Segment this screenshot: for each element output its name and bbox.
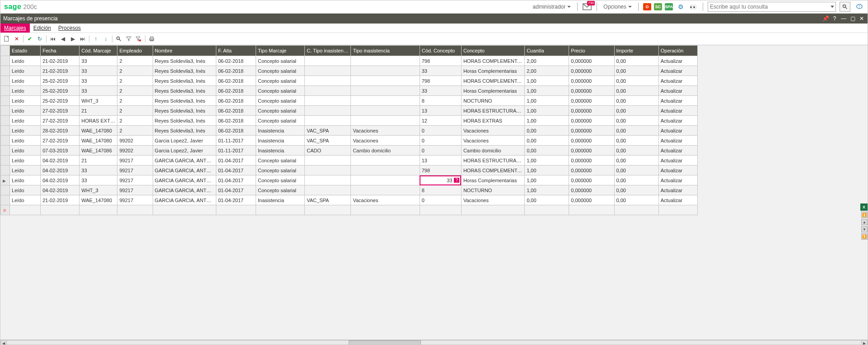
col-nombre[interactable]: Nombre: [153, 46, 216, 56]
table-row[interactable]: Leído28-02-2019WAE_1470802Reyes Soldevil…: [1, 126, 698, 136]
cell-estado[interactable]: Leído: [10, 136, 41, 146]
cell-tipo_marcaje[interactable]: Concepto salarial: [256, 76, 305, 86]
cell-cuantia[interactable]: 1,00: [525, 106, 569, 116]
col-tipo-inas[interactable]: Tipo inasistencia: [351, 46, 420, 56]
cell-estado[interactable]: Leído: [10, 56, 41, 66]
cell-tipo_marcaje[interactable]: Concepto salarial: [256, 156, 305, 165]
close-icon[interactable]: ✕: [859, 15, 865, 22]
table-row[interactable]: Leído25-02-2019332Reyes Soldevila3, Inés…: [1, 76, 698, 86]
cell-cod_marcaje[interactable]: WHT_3: [79, 185, 117, 195]
cell-cuantia[interactable]: 1,00: [525, 116, 569, 126]
cell-f_alta[interactable]: 01-04-2017: [216, 185, 256, 195]
binoculars-icon[interactable]: 👀: [688, 2, 698, 11]
sc-chip-icon[interactable]: SC: [654, 3, 662, 10]
cell-operacion[interactable]: Actualizar: [658, 106, 697, 116]
col-tipo-marcaje[interactable]: Tipo Marcaje: [256, 46, 305, 56]
cell-importe[interactable]: 0,00: [614, 146, 658, 156]
search-button[interactable]: [840, 2, 850, 12]
cell-fecha[interactable]: 25-02-2019: [41, 86, 79, 96]
cell-cuantia[interactable]: 2,00: [525, 56, 569, 66]
cell-operacion[interactable]: Actualizar: [658, 146, 697, 156]
cell-tipo_marcaje[interactable]: Concepto salarial: [256, 106, 305, 116]
new-record-icon[interactable]: [2, 35, 11, 43]
cell-cod_concepto[interactable]: 798: [420, 56, 461, 66]
cell-precio[interactable]: 0,000000: [569, 96, 614, 106]
cell-cod_concepto[interactable]: 33: [420, 66, 461, 76]
cell-empty[interactable]: [569, 205, 614, 215]
cell-c_tipo_inas[interactable]: [305, 116, 351, 126]
table-row[interactable]: Leído25-02-2019WHT_32Reyes Soldevila3, I…: [1, 96, 698, 106]
cell-nombre[interactable]: GARCIA GARCIA, ANTONIO: [153, 175, 216, 185]
cell-tipo_marcaje[interactable]: Inasistencia: [256, 136, 305, 146]
side-bottom-icon[interactable]: ⏬: [861, 233, 868, 240]
cell-cod_concepto[interactable]: 13: [420, 106, 461, 116]
table-row[interactable]: Leído27-02-2019HORAS EXTRAS2Reyes Soldev…: [1, 116, 698, 126]
cell-concepto[interactable]: NOCTURNO: [461, 96, 524, 106]
cell-tipo_inas[interactable]: Vacaciones: [351, 195, 420, 205]
cell-operacion[interactable]: Actualizar: [658, 156, 697, 165]
col-importe[interactable]: Importe: [614, 46, 658, 56]
nav-next-icon[interactable]: ▶: [68, 35, 77, 43]
cell-estado[interactable]: Leído: [10, 146, 41, 156]
cell-tipo_inas[interactable]: [351, 175, 420, 185]
cell-cod_concepto[interactable]: 0: [420, 195, 461, 205]
table-row[interactable]: Leído27-02-2019212Reyes Soldevila3, Inés…: [1, 106, 698, 116]
cell-c_tipo_inas[interactable]: [305, 66, 351, 76]
spa-chip-icon[interactable]: SPA: [665, 3, 673, 10]
cell-importe[interactable]: 0,00: [614, 195, 658, 205]
cell-f_alta[interactable]: 01-04-2017: [216, 195, 256, 205]
cell-importe[interactable]: 0,00: [614, 96, 658, 106]
cell-cod_concepto[interactable]: 0: [420, 126, 461, 136]
user-menu[interactable]: administrador: [531, 4, 573, 10]
cell-cod_concepto[interactable]: 0: [420, 146, 461, 156]
cell-empleado[interactable]: 99217: [117, 165, 153, 175]
cell-tipo_inas[interactable]: [351, 156, 420, 165]
cell-operacion[interactable]: Actualizar: [658, 165, 697, 175]
cell-c_tipo_inas[interactable]: [305, 96, 351, 106]
col-cod-marcaje[interactable]: Cód. Marcaje: [79, 46, 117, 56]
cell-empty[interactable]: [658, 205, 697, 215]
cell-operacion[interactable]: Actualizar: [658, 175, 697, 185]
side-up-icon[interactable]: ▲: [861, 219, 868, 225]
cell-importe[interactable]: 0,00: [614, 66, 658, 76]
col-operacion[interactable]: Operación: [658, 46, 697, 56]
cell-tipo_inas[interactable]: Vacaciones: [351, 136, 420, 146]
cell-operacion[interactable]: Actualizar: [658, 126, 697, 136]
cell-tipo_marcaje[interactable]: Inasistencia: [256, 126, 305, 136]
side-down-icon[interactable]: ▼: [861, 226, 868, 232]
cell-fecha[interactable]: 27-02-2019: [41, 136, 79, 146]
cell-empty[interactable]: [41, 205, 79, 215]
cell-cuantia[interactable]: 1,00: [525, 185, 569, 195]
cell-operacion[interactable]: Actualizar: [658, 116, 697, 126]
new-row[interactable]: ✱: [1, 205, 698, 215]
help-window-icon[interactable]: ?: [831, 15, 838, 22]
filter-icon[interactable]: [124, 35, 133, 43]
cell-cod_marcaje[interactable]: WAE_147080: [79, 195, 117, 205]
cell-concepto[interactable]: Horas Complementarias: [461, 66, 524, 76]
cell-cod_marcaje[interactable]: 33: [79, 175, 117, 185]
cell-importe[interactable]: 0,00: [614, 165, 658, 175]
table-row[interactable]: Leído21-02-2019332Reyes Soldevila3, Inés…: [1, 66, 698, 76]
cell-c_tipo_inas[interactable]: VAC_SPA: [305, 136, 351, 146]
cell-cod_marcaje[interactable]: WHT_3: [79, 96, 117, 106]
cell-importe[interactable]: 0,00: [614, 156, 658, 165]
col-precio[interactable]: Precio: [569, 46, 614, 56]
mail-icon[interactable]: 730: [582, 3, 592, 11]
cell-empty[interactable]: [117, 205, 153, 215]
cell-empleado[interactable]: 99217: [117, 156, 153, 165]
cell-fecha[interactable]: 04-02-2019: [41, 156, 79, 165]
cell-estado[interactable]: Leído: [10, 126, 41, 136]
row-handle[interactable]: [1, 96, 10, 106]
table-row[interactable]: Leído07-03-2019WAE_14708699202Garcia Lop…: [1, 146, 698, 156]
col-f-alta[interactable]: F. Alta: [216, 46, 256, 56]
cell-f_alta[interactable]: 01-11-2017: [216, 136, 256, 146]
cell-cod_marcaje[interactable]: 33: [79, 86, 117, 96]
cell-importe[interactable]: 0,00: [614, 136, 658, 146]
cell-cod_concepto[interactable]: 0: [420, 136, 461, 146]
cell-importe[interactable]: 0,00: [614, 175, 658, 185]
cell-c_tipo_inas[interactable]: [305, 76, 351, 86]
cell-f_alta[interactable]: 01-04-2017: [216, 156, 256, 165]
cell-tipo_marcaje[interactable]: Concepto salarial: [256, 66, 305, 76]
cell-concepto[interactable]: Horas Complementarias: [461, 175, 524, 185]
cell-tipo_marcaje[interactable]: Concepto salarial: [256, 96, 305, 106]
